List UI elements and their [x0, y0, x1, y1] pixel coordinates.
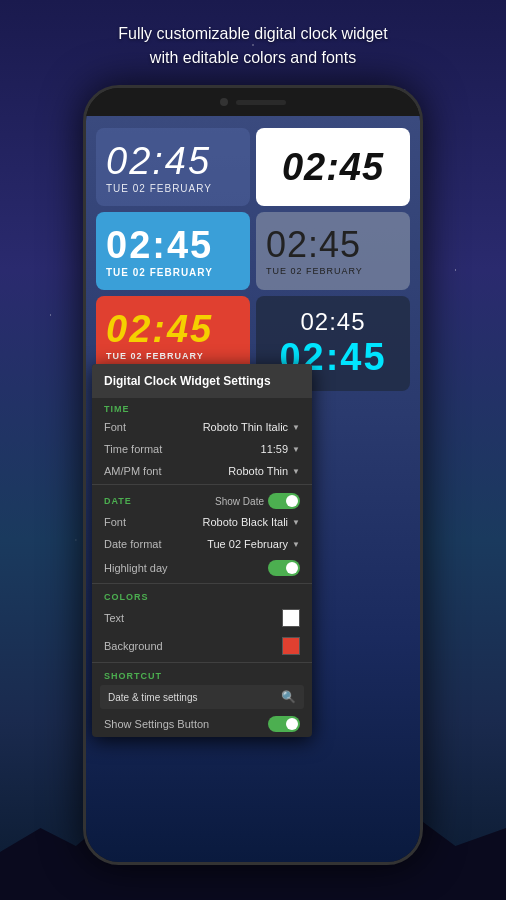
datetime-shortcut-row[interactable]: Date & time settings 🔍	[100, 685, 304, 709]
date-font-value: Roboto Black Itali ▼	[202, 516, 300, 528]
section-colors-label: COLORS	[92, 586, 312, 604]
phone-speaker	[236, 100, 286, 105]
time-format-label: Time format	[104, 443, 162, 455]
phone-camera	[220, 98, 228, 106]
date-format-row[interactable]: Date format Tue 02 February ▼	[92, 533, 312, 555]
widget6-time-small: 02:45	[300, 308, 365, 336]
section-shortcut-label: SHORTCUT	[92, 665, 312, 683]
ampm-row[interactable]: AM/PM font Roboto Thin ▼	[92, 460, 312, 482]
font-row[interactable]: Font Roboto Thin Italic ▼	[92, 416, 312, 438]
settings-title: Digital Clock Widget Settings	[92, 364, 312, 398]
background-color-swatch[interactable]	[282, 637, 300, 655]
ampm-value: Roboto Thin ▼	[228, 465, 300, 477]
background-color-label: Background	[104, 640, 163, 652]
text-color-label: Text	[104, 612, 124, 624]
widget3-time: 02:45	[106, 224, 213, 267]
time-format-value: 11:59 ▼	[261, 443, 300, 455]
font-label: Font	[104, 421, 126, 433]
phone-top-bar	[86, 88, 420, 116]
divider-3	[92, 662, 312, 663]
header-line1: Fully customizable digital clock widget	[0, 22, 506, 46]
phone-frame: 02:45 TUE 02 FEBRUARY 02:45 02:45 TUE 02…	[83, 85, 423, 865]
font-value: Roboto Thin Italic ▼	[203, 421, 300, 433]
highlight-day-label: Highlight day	[104, 562, 168, 574]
section-date-label: DATE	[104, 496, 132, 506]
settings-panel: Digital Clock Widget Settings TIME Font …	[92, 364, 312, 737]
header-text: Fully customizable digital clock widget …	[0, 22, 506, 70]
widget1-time: 02:45	[106, 140, 211, 183]
phone-screen: 02:45 TUE 02 FEBRUARY 02:45 02:45 TUE 02…	[86, 116, 420, 862]
show-date-label: Show Date	[215, 496, 264, 507]
widget5-date: TUE 02 FEBRUARY	[106, 351, 204, 361]
ampm-label: AM/PM font	[104, 465, 161, 477]
highlight-day-toggle[interactable]	[268, 560, 300, 576]
widget4-date: TUE 02 FEBRUARY	[266, 266, 363, 276]
divider-2	[92, 583, 312, 584]
widget-blue[interactable]: 02:45 TUE 02 FEBRUARY	[96, 212, 250, 290]
date-font-label: Font	[104, 516, 126, 528]
widget1-date: TUE 02 FEBRUARY	[106, 183, 212, 194]
text-color-swatches	[282, 609, 300, 627]
show-settings-toggle[interactable]	[268, 716, 300, 732]
widget5-time: 02:45	[106, 308, 213, 351]
background: Fully customizable digital clock widget …	[0, 0, 506, 900]
search-icon: 🔍	[281, 690, 296, 704]
widgets-area: 02:45 TUE 02 FEBRUARY 02:45 02:45 TUE 02…	[86, 116, 420, 391]
time-format-row[interactable]: Time format 11:59 ▼	[92, 438, 312, 460]
highlight-day-row[interactable]: Highlight day	[92, 555, 312, 581]
widget2-time: 02:45	[282, 146, 384, 189]
date-font-row[interactable]: Font Roboto Black Itali ▼	[92, 511, 312, 533]
show-date-container: Show Date	[215, 493, 300, 509]
date-format-dropdown-arrow: ▼	[292, 540, 300, 549]
widget-gray[interactable]: 02:45 TUE 02 FEBRUARY	[256, 212, 410, 290]
show-date-toggle[interactable]	[268, 493, 300, 509]
text-color-row[interactable]: Text	[92, 604, 312, 632]
section-time-label: TIME	[92, 398, 312, 416]
font-dropdown-arrow: ▼	[292, 423, 300, 432]
show-settings-row[interactable]: Show Settings Button	[92, 711, 312, 737]
date-format-label: Date format	[104, 538, 161, 550]
show-settings-label: Show Settings Button	[104, 718, 209, 730]
datetime-shortcut-label: Date & time settings	[108, 692, 197, 703]
widget-white[interactable]: 02:45	[256, 128, 410, 206]
widget4-time: 02:45	[266, 224, 361, 266]
date-font-dropdown-arrow: ▼	[292, 518, 300, 527]
widget-transparent[interactable]: 02:45 TUE 02 FEBRUARY	[96, 128, 250, 206]
time-format-dropdown-arrow: ▼	[292, 445, 300, 454]
ampm-dropdown-arrow: ▼	[292, 467, 300, 476]
date-section-header: DATE Show Date	[92, 487, 312, 511]
divider-1	[92, 484, 312, 485]
date-format-value: Tue 02 February ▼	[207, 538, 300, 550]
text-color-swatch[interactable]	[282, 609, 300, 627]
header-line2: with editable colors and fonts	[0, 46, 506, 70]
background-color-row[interactable]: Background	[92, 632, 312, 660]
widget3-date: TUE 02 FEBRUARY	[106, 267, 213, 278]
